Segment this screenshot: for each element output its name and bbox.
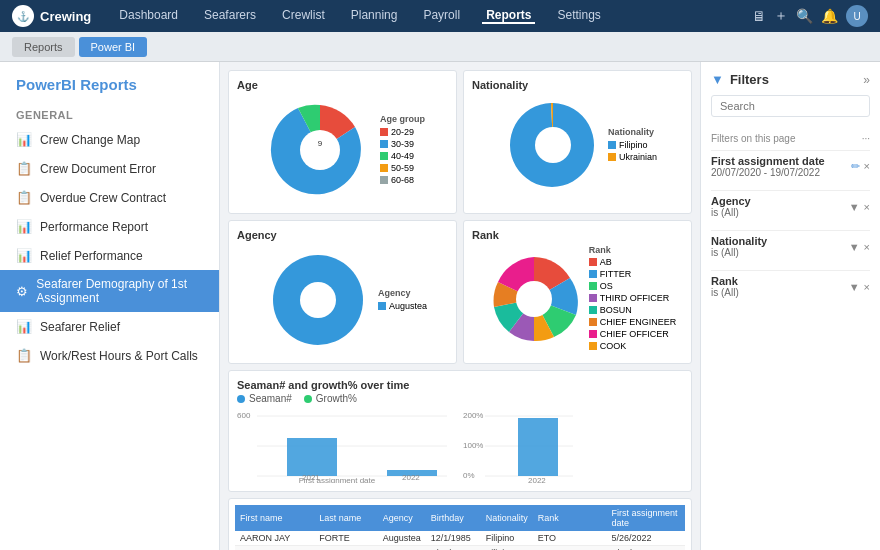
nav-seafarers[interactable]: Seafarers bbox=[200, 8, 260, 24]
age-chart-title: Age bbox=[237, 79, 448, 91]
table-cell: 1/13/1997 bbox=[426, 546, 481, 551]
filter-rank-dropdown-icon[interactable]: ▼ bbox=[849, 281, 860, 293]
age-chart-card: Age 9 Age group 20 bbox=[228, 70, 457, 214]
sidebar-item-label: Seafarer Relief bbox=[40, 320, 120, 334]
table-cell: 3/14/2022 bbox=[607, 546, 685, 551]
nationality-chart-card: Nationality Nationality Filipino Ukraini… bbox=[463, 70, 692, 214]
nav-icons: 🖥 ＋ 🔍 🔔 U bbox=[752, 5, 868, 27]
user-avatar[interactable]: U bbox=[846, 5, 868, 27]
top-charts-grid: Age 9 Age group 20 bbox=[228, 70, 692, 214]
nav-settings[interactable]: Settings bbox=[553, 8, 604, 24]
rank-chart-title: Rank bbox=[472, 229, 683, 241]
filter-agency-value: is (All) bbox=[711, 207, 751, 218]
svg-text:600: 600 bbox=[237, 411, 251, 420]
chart-icon: 📊 bbox=[16, 248, 32, 263]
tab-reports[interactable]: Reports bbox=[12, 37, 75, 57]
growth-bar-svg: 200% 100% 0% 2022 bbox=[463, 408, 583, 483]
filters-more-icon[interactable]: ··· bbox=[862, 133, 870, 144]
filters-panel: ▼ Filters » Filters on this page ··· Fir… bbox=[700, 62, 880, 550]
filter-agency-dropdown-icon[interactable]: ▼ bbox=[849, 201, 860, 213]
rank-chart-card: Rank Rank AB bbox=[463, 220, 692, 364]
seafarer-table: First name Last name Agency Birthday Nat… bbox=[235, 505, 685, 550]
filter-date-clear-icon[interactable]: × bbox=[864, 160, 870, 173]
bar-chart-icon: 📊 bbox=[16, 132, 32, 147]
svg-text:First assignment date: First assignment date bbox=[299, 476, 376, 483]
rank-legend: Rank AB FITTER OS THIRD OFFICER BOSUN CH… bbox=[589, 245, 677, 353]
filter-group-agency: Agency is (All) ▼ × bbox=[711, 190, 870, 222]
nav-reports[interactable]: Reports bbox=[482, 8, 535, 24]
filter-nationality-value: is (All) bbox=[711, 247, 767, 258]
filter-date-label: First assignment date bbox=[711, 155, 825, 167]
data-table-card: First name Last name Agency Birthday Nat… bbox=[228, 498, 692, 550]
svg-text:2022: 2022 bbox=[402, 473, 420, 482]
svg-point-2 bbox=[535, 127, 571, 163]
table-cell: ABE ANTHONY bbox=[235, 546, 314, 551]
nav-planning[interactable]: Planning bbox=[347, 8, 402, 24]
filters-expand-icon[interactable]: » bbox=[863, 73, 870, 87]
sidebar-item-relief-performance[interactable]: 📊 Relief Performance bbox=[0, 241, 219, 270]
sidebar-item-work-rest[interactable]: 📋 Work/Rest Hours & Port Calls bbox=[0, 341, 219, 370]
filters-on-page-label: Filters on this page ··· bbox=[711, 133, 870, 144]
list-icon: 📋 bbox=[16, 161, 32, 176]
filter-nationality-clear-icon[interactable]: × bbox=[864, 241, 870, 253]
filter-agency-header: Agency is (All) ▼ × bbox=[711, 190, 870, 222]
nav-payroll[interactable]: Payroll bbox=[419, 8, 464, 24]
sidebar-item-crew-doc-error[interactable]: 📋 Crew Document Error bbox=[0, 154, 219, 183]
table-row: AARON JAYFORTEAugustea12/1/1985FilipinoE… bbox=[235, 531, 685, 546]
filter-rank-header: Rank is (All) ▼ × bbox=[711, 270, 870, 302]
filter-nationality-dropdown-icon[interactable]: ▼ bbox=[849, 241, 860, 253]
rank-pie-svg bbox=[479, 247, 589, 352]
sidebar-item-seafarer-relief[interactable]: 📊 Seafarer Relief bbox=[0, 312, 219, 341]
col-lastname: Last name bbox=[314, 505, 377, 531]
tab-powerbi[interactable]: Power BI bbox=[79, 37, 148, 57]
filter-icon: ▼ bbox=[711, 72, 724, 87]
sidebar-item-label: Crew Change Map bbox=[40, 133, 140, 147]
age-chart-body: 9 Age group 20-29 30-39 40-49 50-59 60-6… bbox=[237, 95, 448, 205]
line-chart-title: Seaman# and growth% over time bbox=[237, 379, 683, 391]
table-row: ABE ANTHONYSILVAAugustea1/13/1997Filipin… bbox=[235, 546, 685, 551]
col-firstname: First name bbox=[235, 505, 314, 531]
sidebar-item-crew-change-map[interactable]: 📊 Crew Change Map bbox=[0, 125, 219, 154]
filter-date-header: First assignment date 20/07/2020 - 19/07… bbox=[711, 150, 870, 182]
sidebar-item-demography[interactable]: ⚙ Seafarer Demography of 1st Assignment bbox=[0, 270, 219, 312]
nav-items: Dashboard Seafarers Crewlist Planning Pa… bbox=[115, 8, 752, 24]
logo-icon: ⚓ bbox=[12, 5, 34, 27]
sidebar-item-label: Work/Rest Hours & Port Calls bbox=[40, 349, 198, 363]
filters-title: ▼ Filters bbox=[711, 72, 769, 87]
search-icon[interactable]: 🔍 bbox=[796, 8, 813, 24]
monitor-icon[interactable]: 🖥 bbox=[752, 8, 766, 24]
plus-icon[interactable]: ＋ bbox=[774, 7, 788, 25]
app-logo: ⚓ Crewing bbox=[12, 5, 91, 27]
chart-icon: 📊 bbox=[16, 219, 32, 234]
table-cell: FORTE bbox=[314, 531, 377, 546]
list-icon: 📋 bbox=[16, 190, 32, 205]
age-pie-svg: 9 bbox=[260, 95, 380, 205]
svg-text:200%: 200% bbox=[463, 411, 483, 420]
col-nationality: Nationality bbox=[481, 505, 533, 531]
top-navigation: ⚓ Crewing Dashboard Seafarers Crewlist P… bbox=[0, 0, 880, 32]
filter-date-edit-icon[interactable]: ✏ bbox=[851, 160, 860, 173]
nav-dashboard[interactable]: Dashboard bbox=[115, 8, 182, 24]
agency-chart-card: Agency Agency Augustea bbox=[228, 220, 457, 364]
filter-rank-clear-icon[interactable]: × bbox=[864, 281, 870, 293]
sidebar-item-performance[interactable]: 📊 Performance Report bbox=[0, 212, 219, 241]
filter-nationality-header: Nationality is (All) ▼ × bbox=[711, 230, 870, 262]
table-cell: DECK CADET bbox=[533, 546, 607, 551]
sidebar-item-label: Performance Report bbox=[40, 220, 148, 234]
agency-pie-svg bbox=[258, 245, 378, 355]
sidebar-item-overdue-contract[interactable]: 📋 Overdue Crew Contract bbox=[0, 183, 219, 212]
sidebar: PowerBI Reports General 📊 Crew Change Ma… bbox=[0, 62, 220, 550]
table-cell: Filipino bbox=[481, 531, 533, 546]
filter-agency-clear-icon[interactable]: × bbox=[864, 201, 870, 213]
bell-icon[interactable]: 🔔 bbox=[821, 8, 838, 24]
nav-crewlist[interactable]: Crewlist bbox=[278, 8, 329, 24]
agency-chart-title: Agency bbox=[237, 229, 448, 241]
sidebar-item-label: Overdue Crew Contract bbox=[40, 191, 166, 205]
svg-text:9: 9 bbox=[318, 139, 323, 148]
table-cell: Augustea bbox=[378, 546, 426, 551]
filter-agency-label: Agency bbox=[711, 195, 751, 207]
svg-text:0%: 0% bbox=[463, 471, 475, 480]
filters-search-input[interactable] bbox=[711, 95, 870, 117]
nationality-pie-svg bbox=[498, 95, 608, 195]
filter-group-nationality: Nationality is (All) ▼ × bbox=[711, 230, 870, 262]
